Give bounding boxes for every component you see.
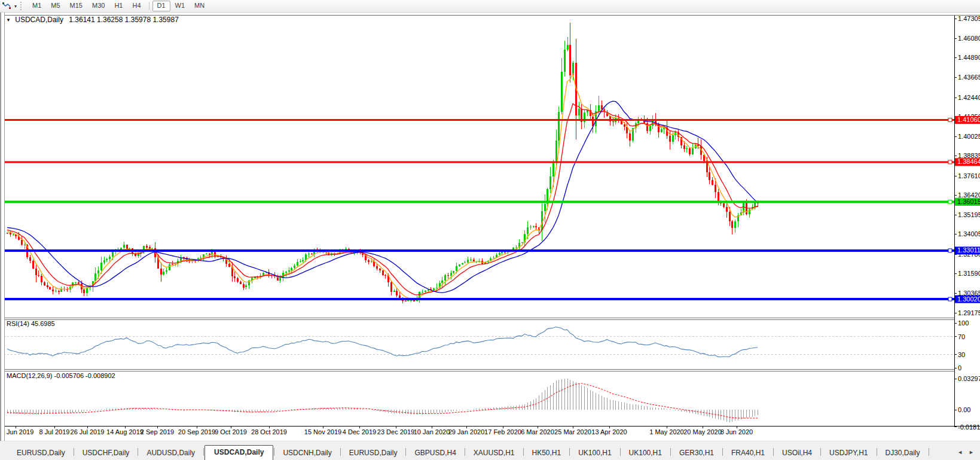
svg-text:4 Dec 2019: 4 Dec 2019 — [343, 428, 376, 435]
svg-text:1.34005: 1.34005 — [958, 230, 980, 237]
rsi-panel[interactable]: 10070300 — [0, 319, 969, 371]
svg-text:1.30020: 1.30020 — [957, 296, 980, 303]
svg-text:0.00: 0.00 — [958, 406, 970, 413]
svg-text:10 Jan 2020: 10 Jan 2020 — [414, 428, 450, 435]
tab-separator — [929, 448, 929, 456]
tab-separator — [405, 448, 406, 456]
moving-average-line-10 — [7, 103, 758, 295]
svg-text:25 Mar 2020: 25 Mar 2020 — [554, 428, 591, 435]
toolbar-dropdown-caret-icon[interactable]: ▾ — [14, 4, 17, 9]
timeframe-button-m1[interactable]: M1 — [28, 1, 46, 11]
svg-text:1.29175: 1.29175 — [958, 309, 980, 316]
chart-tab-dj30-daily[interactable]: DJ30,Daily — [878, 446, 928, 460]
chart-frame-lines — [0, 16, 980, 427]
tab-separator — [274, 448, 274, 456]
chart-title: ▼ USDCAD,Daily 1.36141 1.36258 1.35978 1… — [6, 16, 179, 24]
svg-text:100: 100 — [958, 319, 969, 327]
svg-text:1.42440: 1.42440 — [958, 94, 980, 101]
macd-histogram — [8, 379, 758, 422]
tab-separator — [203, 448, 204, 456]
rsi-line — [7, 327, 758, 357]
tab-separator — [773, 448, 774, 456]
chart-tab-bar: EURUSD,DailyUSDCHF,DailyAUDUSD,DailyUSDC… — [0, 441, 980, 460]
chart-tab-uk100-h1[interactable]: UK100,H1 — [570, 446, 619, 460]
svg-text:1.44890: 1.44890 — [958, 54, 980, 61]
tab-scroll-buttons: ◄ ► — [951, 449, 980, 460]
svg-text:1.31590: 1.31590 — [958, 270, 980, 277]
tab-separator — [722, 448, 723, 456]
chart-tab-uk100-h1[interactable]: UK100,H1 — [621, 446, 670, 460]
svg-text:13 Apr 2020: 13 Apr 2020 — [591, 428, 627, 435]
chart-tab-eurusd-daily[interactable]: EURUSD,Daily — [341, 446, 405, 460]
svg-text:1.38464: 1.38464 — [957, 158, 980, 165]
tab-separator — [670, 448, 671, 456]
svg-text:1 May 2020: 1 May 2020 — [649, 428, 683, 435]
svg-text:1.35195: 1.35195 — [958, 211, 980, 218]
svg-text:8 Jul 2019: 8 Jul 2019 — [39, 428, 70, 435]
chart-tab-usdcad-daily[interactable]: USDCAD,Daily — [204, 445, 273, 460]
tab-separator — [569, 448, 570, 456]
timeframe-button-m5[interactable]: M5 — [46, 1, 65, 11]
timeframe-button-w1[interactable]: W1 — [170, 1, 190, 11]
timeframe-button-h4[interactable]: H4 — [127, 1, 145, 11]
chart-tab-usdchf-daily[interactable]: USDCHF,Daily — [75, 446, 138, 460]
price-axis[interactable]: 1.473051.460801.448901.436651.424401.412… — [954, 15, 980, 316]
toolbar-separator — [149, 2, 149, 10]
svg-text:15 Nov 2019: 15 Nov 2019 — [304, 428, 341, 435]
svg-text:17 Feb 2020: 17 Feb 2020 — [484, 428, 521, 435]
svg-text:26 Jul 2019: 26 Jul 2019 — [71, 428, 105, 435]
timeframe-button-d1[interactable]: D1 — [152, 1, 170, 11]
tab-separator — [523, 448, 524, 456]
moving-average-line-5 — [7, 74, 758, 300]
chart-tab-audusd-daily[interactable]: AUDUSD,Daily — [139, 446, 203, 460]
svg-text:1.37610: 1.37610 — [958, 172, 980, 179]
chart-tab-eurusd-daily[interactable]: EURUSD,Daily — [9, 446, 73, 460]
chart-cursor-icon[interactable] — [2, 2, 11, 10]
tab-scroll-left-icon[interactable]: ◄ — [957, 449, 963, 455]
quote-collapse-icon[interactable]: ▼ — [6, 17, 11, 23]
svg-text:30: 30 — [958, 351, 965, 358]
svg-text:29 Jan 2020: 29 Jan 2020 — [448, 428, 485, 435]
chart-tab-fra40-h1[interactable]: FRA40,H1 — [723, 446, 773, 460]
macd-panel[interactable]: 0.0329720.00-0.01815 — [7, 375, 980, 431]
tab-separator — [820, 448, 821, 456]
svg-text:9 Oct 2019: 9 Oct 2019 — [215, 428, 247, 435]
toolbar-grip-handle — [20, 2, 23, 10]
svg-text:1.41060: 1.41060 — [957, 116, 980, 123]
chart-tab-ger30-h1[interactable]: GER30,H1 — [671, 446, 722, 460]
tab-separator — [340, 448, 341, 456]
svg-text:28 Oct 2019: 28 Oct 2019 — [251, 428, 287, 435]
chart-tab-usoil-h4[interactable]: USOil,H4 — [774, 446, 820, 460]
chart-tab-usdcnh-daily[interactable]: USDCNH,Daily — [275, 446, 339, 460]
svg-text:0.032972: 0.032972 — [958, 375, 980, 382]
date-axis[interactable]: 19 Jun 20198 Jul 201926 Jul 201914 Aug 2… — [0, 426, 753, 435]
chart-title-symbol: USDCAD,Daily — [15, 16, 63, 24]
svg-text:1.36015: 1.36015 — [957, 198, 980, 205]
svg-text:20 Sep 2019: 20 Sep 2019 — [178, 428, 215, 435]
timeframe-button-mn[interactable]: MN — [190, 1, 209, 11]
svg-text:-0.01815: -0.01815 — [958, 424, 980, 431]
svg-text:2 Sep 2019: 2 Sep 2019 — [141, 428, 174, 435]
svg-text:23 Dec 2019: 23 Dec 2019 — [377, 428, 414, 435]
macd-signal-line — [7, 383, 758, 418]
chart-title-quote: 1.36141 1.36258 1.35978 1.35987 — [69, 16, 179, 24]
chart-tab-gbpusd-h4[interactable]: GBPUSD,H4 — [407, 446, 463, 460]
timeframe-button-m30[interactable]: M30 — [87, 1, 109, 11]
tab-separator — [877, 448, 877, 456]
chart-tab-hk50-h1[interactable]: HK50,H1 — [524, 446, 569, 460]
tab-separator — [138, 448, 138, 456]
chart-tab-usdjpy-h1[interactable]: USDJPY,H1 — [822, 446, 875, 460]
svg-text:6 Mar 2020: 6 Mar 2020 — [521, 428, 554, 435]
timeframe-button-m15[interactable]: M15 — [65, 1, 87, 11]
horizontal-level-lines — [0, 118, 954, 301]
chart-tab-xauusd-h1[interactable]: XAUUSD,H1 — [466, 446, 523, 460]
svg-text:8 Jun 2020: 8 Jun 2020 — [721, 428, 753, 435]
svg-text:0: 0 — [958, 364, 961, 371]
rsi-indicator-label: RSI(14) 45.6985 — [7, 320, 55, 327]
main-chart-canvas[interactable]: 1.473051.460801.448901.436651.424401.412… — [0, 0, 980, 460]
tab-scroll-right-icon[interactable]: ► — [969, 449, 974, 455]
svg-text:20 May 2020: 20 May 2020 — [683, 428, 722, 435]
svg-text:70: 70 — [958, 333, 965, 340]
top-toolbar: ▾ M1M5M15M30H1H4D1W1MN — [0, 0, 980, 13]
timeframe-button-h1[interactable]: H1 — [109, 1, 127, 11]
